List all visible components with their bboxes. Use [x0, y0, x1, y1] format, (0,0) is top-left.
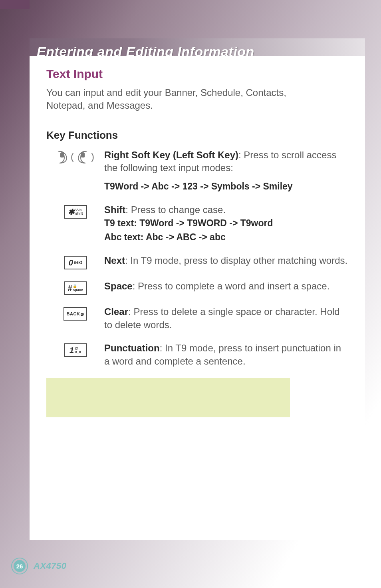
shift-line3-prefix: Abc text	[104, 232, 141, 242]
softkey-modes: T9Word -> Abc -> 123 -> Symbols -> Smile…	[104, 179, 348, 193]
keycell-punct: 1 @ o_o	[46, 342, 104, 357]
content-area: Text Input You can input and edit your B…	[30, 56, 365, 540]
key-space: # 🔒 space	[64, 281, 87, 295]
keycell-space: # 🔒 space	[46, 280, 104, 295]
page-number: 26	[14, 560, 26, 572]
key-clear-icon: ⌀	[81, 311, 84, 317]
svg-rect-0	[60, 153, 64, 157]
key-space-sub-bot: space	[73, 288, 83, 292]
key-space-stack: 🔒 space	[73, 285, 83, 292]
row-next: 0 next Next: In T9 mode, press to displa…	[46, 254, 348, 269]
shift-line2-prefix: T9 text	[104, 218, 134, 228]
section-title: Text Input	[46, 67, 348, 81]
left-edge-tab	[0, 0, 30, 9]
key-next: 0 next	[64, 256, 87, 269]
subsection-title: Key Functions	[46, 129, 348, 142]
desc-punct: Punctuation: In T9 mode, press to insert…	[104, 342, 348, 368]
close-paren: )	[91, 151, 95, 163]
row-clear: BACK ⌀ Clear: Press to delete a single s…	[46, 305, 348, 331]
row-space: # 🔒 space Space: Press to complete a wor…	[46, 280, 348, 295]
row-shift: ✱ 'A'a shift Shift: Press to change case…	[46, 203, 348, 244]
shift-rest: : Press to change case.	[125, 204, 226, 215]
left-softkey-icon	[77, 150, 89, 164]
keycell-shift: ✱ 'A'a shift	[46, 203, 104, 219]
shift-line3: Abc text: Abc -> ABC -> abc	[104, 230, 348, 244]
key-punct-sub-bot: o_o	[75, 350, 81, 354]
key-space-main: #	[67, 284, 72, 293]
key-next-main: 0	[69, 258, 73, 267]
shift-line2: T9 text: T9Word -> T9WORD -> T9word	[104, 216, 348, 230]
clear-rest: : Press to delete a single space or char…	[104, 306, 340, 330]
note-box	[46, 378, 290, 417]
punct-bold: Punctuation	[104, 343, 160, 353]
key-shift: ✱ 'A'a shift	[64, 205, 87, 219]
desc-clear: Clear: Press to delete a single space or…	[104, 305, 348, 331]
key-shift-sub-bot: shift	[75, 212, 83, 215]
keycell-next: 0 next	[46, 254, 104, 269]
shift-bold: Shift	[104, 204, 125, 215]
open-paren: (	[71, 151, 74, 163]
page-number-ring: 26	[11, 558, 28, 574]
space-rest: : Press to complete a word and insert a …	[133, 281, 330, 291]
key-shift-main: ✱	[68, 207, 75, 217]
key-clear: BACK ⌀	[64, 307, 87, 321]
desc-space: Space: Press to complete a word and inse…	[104, 280, 348, 293]
key-punct-stack: @ o_o	[75, 347, 81, 354]
key-punct-main: 1	[69, 346, 74, 355]
desc-next: Next: In T9 mode, press to display other…	[104, 254, 348, 267]
shift-line2-rest: : T9Word -> T9WORD -> T9word	[134, 218, 273, 228]
softkey-bold: Right Soft Key (Left Soft Key)	[104, 149, 238, 160]
shift-line3-rest: : Abc -> ABC -> abc	[141, 232, 226, 242]
next-bold: Next	[104, 255, 125, 266]
row-softkey: ( ) Right Soft Key (Left Soft Key): Pres…	[46, 149, 348, 193]
right-softkey-icon	[56, 150, 68, 164]
model-label: AX4750	[34, 561, 67, 571]
row-punct: 1 @ o_o Punctuation: In T9 mode, press t…	[46, 342, 348, 368]
shift-line1: Shift: Press to change case.	[104, 203, 348, 216]
key-next-sub: next	[74, 261, 82, 265]
content-inner: Text Input You can input and edit your B…	[30, 56, 365, 425]
softkey-pair: ( )	[56, 150, 94, 164]
svg-rect-1	[81, 153, 85, 157]
page-root: Entering and Editing Information Text In…	[0, 0, 381, 588]
desc-softkey: Right Soft Key (Left Soft Key): Press to…	[104, 149, 348, 193]
page-footer: 26 AX4750	[11, 558, 67, 574]
softkey-line1: Right Soft Key (Left Soft Key): Press to…	[104, 149, 348, 175]
key-clear-text: BACK	[67, 311, 80, 316]
next-rest: : In T9 mode, press to display other mat…	[125, 255, 347, 266]
key-punct: 1 @ o_o	[64, 343, 87, 357]
desc-shift: Shift: Press to change case. T9 text: T9…	[104, 203, 348, 244]
space-bold: Space	[104, 281, 133, 291]
keycell-softkey: ( )	[46, 149, 104, 164]
clear-bold: Clear	[104, 306, 128, 317]
section-intro: You can input and edit your Banner, Sche…	[46, 86, 318, 112]
key-shift-stack: 'A'a shift	[75, 208, 83, 215]
keycell-clear: BACK ⌀	[46, 305, 104, 321]
